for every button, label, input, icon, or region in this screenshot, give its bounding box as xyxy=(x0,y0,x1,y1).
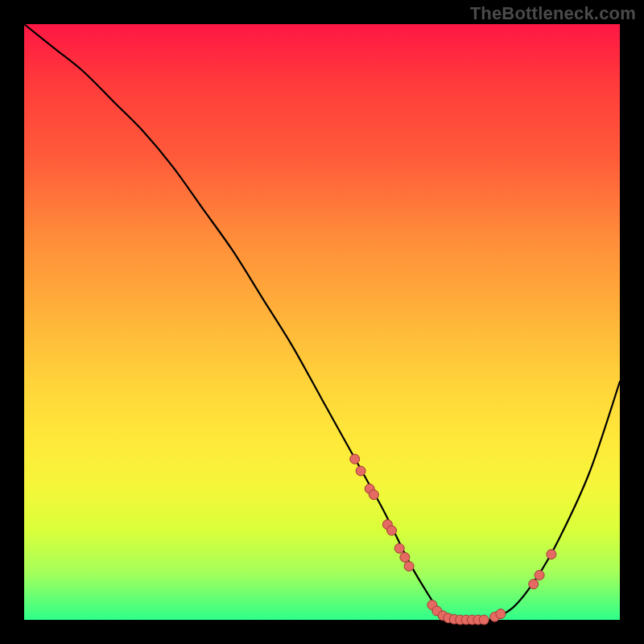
data-marker xyxy=(387,526,397,535)
plot-area xyxy=(24,24,620,620)
chart-frame: TheBottleneck.com xyxy=(0,0,644,644)
data-marker xyxy=(400,552,410,562)
data-marker xyxy=(404,561,414,571)
data-marker xyxy=(394,543,404,553)
data-marker xyxy=(369,490,378,500)
bottleneck-curve xyxy=(24,24,620,621)
data-marker xyxy=(535,571,544,580)
data-markers xyxy=(350,454,556,625)
data-marker xyxy=(529,580,539,589)
watermark-text: TheBottleneck.com xyxy=(470,3,636,24)
data-marker xyxy=(356,466,365,476)
data-marker xyxy=(496,609,506,619)
data-marker xyxy=(547,550,556,559)
data-marker xyxy=(350,454,360,464)
curve-svg xyxy=(24,24,620,620)
data-marker xyxy=(479,615,489,625)
